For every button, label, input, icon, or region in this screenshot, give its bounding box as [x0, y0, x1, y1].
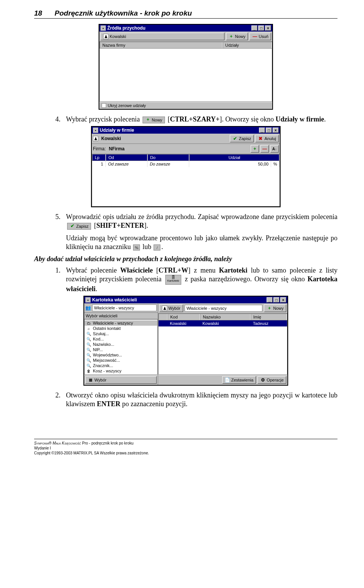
note-block: Udziały mogą być wprowadzane procentowo …	[66, 234, 337, 251]
tree-item[interactable]: 🔍Znacznik...	[85, 363, 157, 368]
percent-toggle[interactable]: %	[271, 161, 279, 167]
tree-item[interactable]: 🔍Województwo...	[85, 352, 157, 358]
sub-heading: Aby dodać udział właściciela w przychoda…	[34, 255, 337, 263]
left-group-field[interactable]: Właściciele - wszyscy	[92, 304, 157, 311]
page-footer: Symfonia® Mała Księgowość Pro - podręczn…	[34, 439, 337, 456]
page-number: 18	[34, 9, 55, 17]
minimize-button[interactable]: _	[267, 297, 273, 303]
tree-item[interactable]: 🔍Nazwisko...	[85, 342, 157, 347]
left-section-label: Wybór właścicieli	[84, 313, 158, 319]
right-group-field[interactable]: Właściciele - wszyscy	[185, 305, 263, 312]
minus-icon: —	[262, 146, 267, 151]
right-new-button[interactable]: + Nowy	[264, 304, 286, 312]
search-icon: 🔍	[86, 358, 91, 363]
table-row[interactable]: 1 Od zawsze Do zawsze 50,00 %	[92, 161, 279, 167]
list-item[interactable]: Kowalski Kowalski Tadeusz	[158, 320, 287, 326]
window-zrodla-przychodu: ▪ Źródła przychodu _ □ × ♟ Kowalski + No…	[99, 24, 273, 110]
close-button[interactable]: ×	[265, 25, 271, 31]
search-icon: ⌕	[86, 326, 91, 331]
tree-item[interactable]: 🗑Kosz - wszyscy	[85, 368, 157, 374]
tree-item[interactable]: 🔍NIP...	[85, 347, 157, 352]
grid-header: Lp Od Do Udział	[92, 154, 280, 161]
save-button[interactable]: ✔ Zapisz	[230, 135, 254, 142]
person-icon: ♟	[103, 34, 108, 39]
gear-icon: ⚙	[260, 377, 265, 383]
zestawienia-button[interactable]: 📄 Zestawienia	[222, 376, 256, 384]
tree-item[interactable]: 🔍Miejscowość...	[85, 358, 157, 363]
cancel-button[interactable]: ✖ Anuluj	[255, 135, 279, 142]
x-icon: ✖	[258, 136, 263, 141]
tree-item[interactable]: 🔍Kod...	[85, 336, 157, 342]
group-icon: 👥	[85, 305, 91, 311]
app-icon: ▪	[93, 128, 98, 133]
fraction-icon: /	[154, 244, 160, 251]
app-icon: ▪	[85, 297, 91, 303]
tree[interactable]: 🗀Właściciele - wszyscy ⌕Ostatni kontakt …	[84, 319, 158, 375]
minus-icon: —	[252, 34, 257, 39]
maximize-button[interactable]: □	[258, 25, 264, 31]
wybor-button[interactable]: ≣ Wybór	[85, 376, 157, 384]
search-icon: 🔍	[86, 353, 91, 357]
percent-icon: %	[133, 244, 140, 251]
header-title: Podręcznik użytkownika - krok po kroku	[55, 9, 192, 17]
step-1b: 1. Wybrać polecenie Właściciele [CTRL+W]…	[55, 266, 337, 293]
minimize-button[interactable]: _	[259, 128, 265, 133]
maximize-button[interactable]: □	[273, 297, 279, 303]
close-button[interactable]: ×	[273, 128, 279, 133]
search-icon: 🔍	[86, 331, 91, 336]
hide-zero-checkbox[interactable]	[102, 103, 106, 108]
step-5: 5. Wprowadzić opis udziału ze źródła prz…	[55, 213, 337, 230]
grid-body[interactable]	[99, 49, 272, 102]
col-kod: Kod	[168, 314, 200, 320]
grid-header: Nazwa firmy Udziały	[99, 42, 272, 49]
window-udzialy-w-firmie: ▪ Udziały w firmie _ □ × ♟ Kowalski ✔ Za…	[91, 126, 281, 207]
col-shares: Udziały	[223, 42, 272, 48]
add-row-button[interactable]: +	[251, 145, 259, 153]
report-icon: 📄	[225, 377, 230, 383]
window-title: Kartoteka właścicieli	[92, 297, 137, 303]
list-icon: ≣	[88, 377, 93, 383]
plus-icon: +	[253, 146, 256, 151]
owner-selector[interactable]: ♟ Kowalski	[100, 33, 224, 40]
col-do: Do	[147, 154, 189, 161]
new-button[interactable]: + Nowy	[226, 33, 248, 40]
minimize-button[interactable]: _	[251, 25, 257, 31]
plus-icon: +	[267, 306, 272, 311]
window-kartoteka-wlascicieli: ▪ Kartoteka właścicieli _ □ × 👥 Właścici…	[83, 296, 288, 386]
titlebar: ▪ Kartoteka właścicieli _ □ ×	[84, 296, 287, 303]
app-icon: ▪	[100, 25, 106, 31]
inline-kartoteki-button: 🗄 Kartoteki	[165, 275, 181, 285]
maximize-button[interactable]: □	[266, 128, 272, 133]
person-icon: ♟	[93, 136, 98, 141]
operacje-button[interactable]: ⚙ Operacje	[257, 376, 286, 384]
plus-icon: +	[145, 117, 151, 123]
tree-item[interactable]: ⌕Ostatni kontakt	[85, 326, 157, 331]
person-icon: ♟	[162, 306, 167, 311]
col-imie: Imię	[251, 314, 287, 320]
col-name: Nazwa firmy	[100, 42, 223, 48]
inline-save-button: ✔ Zapisz	[67, 223, 91, 230]
close-button[interactable]: ×	[280, 297, 286, 303]
list-header: Kod Nazwisko Imię	[158, 314, 287, 320]
sort-button[interactable]: A↓	[270, 145, 279, 153]
folder-icon: 🗀	[86, 321, 91, 325]
delete-button[interactable]: — Usuń	[249, 33, 271, 40]
grid-body[interactable]: 1 Od zawsze Do zawsze 50,00 %	[92, 161, 280, 207]
list-body[interactable]: Kowalski Kowalski Tadeusz	[158, 320, 287, 375]
col-nazwisko: Nazwisko	[200, 314, 251, 320]
col-blank	[158, 314, 168, 320]
search-icon: 🔍	[86, 363, 91, 368]
check-icon: ✔	[70, 224, 75, 229]
tree-item[interactable]: 🔍Szukaj...	[85, 331, 157, 336]
inline-new-button: + Nowy	[143, 117, 165, 123]
hide-zero-label: Ukryj zerowe udziały	[108, 103, 146, 108]
right-wybor-button[interactable]: ♟ Wybór	[159, 304, 183, 312]
step-2b: 2. Otworzyć okno opisu właściciela dwukr…	[55, 391, 337, 408]
step-4: 4. Wybrać przycisk polecenia + Nowy [CTR…	[55, 115, 337, 124]
tree-item[interactable]: 🗀Właściciele - wszyscy	[85, 320, 157, 326]
owner-name: Kowalski	[100, 136, 228, 141]
window-title: Udziały w firmie	[100, 128, 134, 133]
plus-icon: +	[229, 34, 234, 39]
remove-row-button[interactable]: —	[260, 145, 269, 153]
trash-icon: 🗑	[86, 369, 91, 373]
